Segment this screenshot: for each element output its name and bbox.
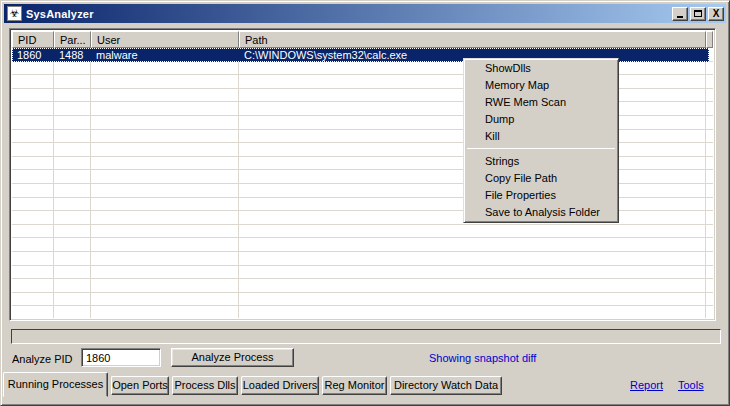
maximize-button[interactable] [690,7,706,21]
cell-user: malware [91,49,239,61]
menu-item-showdlls[interactable]: ShowDlls [465,60,617,77]
close-icon: X [713,9,720,19]
biohazard-icon: ☣ [7,6,22,21]
snapshot-status-text: Showing snapshot diff [429,352,536,364]
menu-item-kill[interactable]: Kill [465,128,617,145]
grid-vline [53,48,54,318]
process-context-menu: ShowDllsMemory MapRWE Mem ScanDumpKillSt… [463,58,619,223]
analyze-process-button[interactable]: Analyze Process [171,348,294,367]
cell-parent: 1488 [54,49,91,61]
menu-item-save-to-analysis-folder[interactable]: Save to Analysis Folder [465,204,617,221]
tab-process-dlls[interactable]: Process Dlls [172,376,238,395]
menu-item-file-properties[interactable]: File Properties [465,187,617,204]
cell-pid: 1860 [12,49,54,61]
window-controls: X [672,7,724,21]
tab-strip: Running ProcessesOpen PortsProcess DllsL… [3,372,505,398]
grid-vline [90,48,91,318]
maximize-icon [694,10,702,17]
progress-bar [11,329,721,344]
window-title: SysAnalyzer [26,8,94,20]
menu-item-rwe-mem-scan[interactable]: RWE Mem Scan [465,94,617,111]
minimize-button[interactable] [672,7,688,21]
column-header-stub [706,31,713,48]
analyze-pid-input[interactable] [81,348,161,367]
close-button[interactable]: X [708,7,724,21]
app-window: ☣ SysAnalyzer X PIDPar...UserPath 186014… [0,0,730,406]
menu-item-strings[interactable]: Strings [465,153,617,170]
analyze-pid-label: Analyze PID [12,353,73,365]
tab-open-ports[interactable]: Open Ports [111,376,169,395]
grid-vline [238,48,239,318]
grid-vline [705,48,706,318]
listview-header: PIDPar...UserPath [12,31,713,48]
tab-directory-watch-data[interactable]: Directory Watch Data [390,376,502,395]
column-header-path[interactable]: Path [239,31,706,48]
tools-link[interactable]: Tools [678,379,704,391]
menu-item-copy-file-path[interactable]: Copy File Path [465,170,617,187]
menu-separator [467,148,615,149]
tab-running-processes[interactable]: Running Processes [3,372,108,397]
column-header-par[interactable]: Par... [54,31,91,48]
menu-item-memory-map[interactable]: Memory Map [465,77,617,94]
tab-loaded-drivers[interactable]: Loaded Drivers [241,376,319,395]
tab-reg-monitor[interactable]: Reg Monitor [322,376,387,395]
column-header-user[interactable]: User [91,31,239,48]
menu-item-dump[interactable]: Dump [465,111,617,128]
column-header-pid[interactable]: PID [12,31,54,48]
title-bar: ☣ SysAnalyzer X [4,4,726,23]
minimize-icon [677,16,683,18]
report-link[interactable]: Report [630,379,663,391]
